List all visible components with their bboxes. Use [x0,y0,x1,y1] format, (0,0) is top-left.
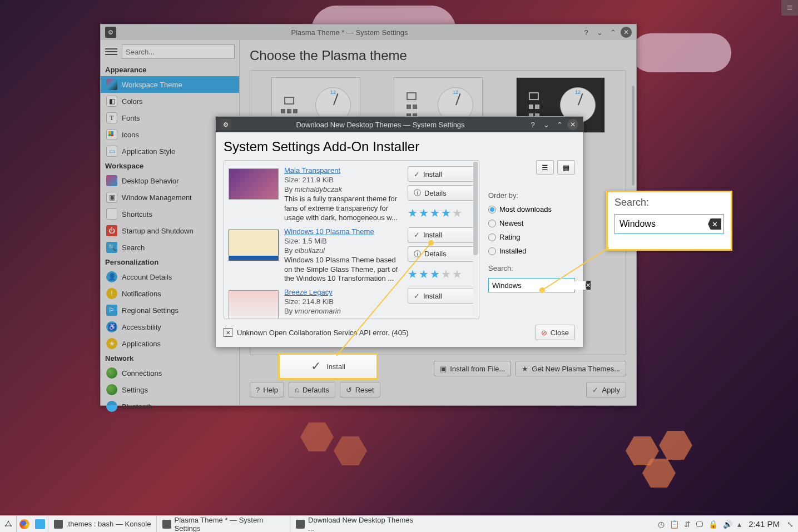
radio-icon [488,206,496,213]
lock-icon[interactable]: 🔒 [708,520,718,529]
firefox-icon [19,519,29,529]
results-scrollbar[interactable] [473,162,478,317]
result-title-link[interactable]: Maia Transparent [284,166,402,175]
check-icon: ✓ [414,231,420,239]
task-label: .themes : bash — Konsole [66,520,151,528]
dialog-close-button[interactable]: ✕ [567,119,578,130]
btn-label: Details [424,250,447,258]
taskbar-clock[interactable]: 2:41 PM [746,519,782,529]
search-label: Search: [488,264,575,272]
check-icon: ✓ [311,359,321,374]
clipboard-icon[interactable]: 📋 [670,520,679,529]
settings-icon [162,520,171,529]
btn-label: Details [424,189,447,197]
result-item: Windows 10 Plasma Theme Size: 1.5 MiB By… [229,225,474,286]
theme-search-input[interactable] [492,281,586,290]
tray-expand-icon[interactable]: ▴ [737,520,741,529]
radio-icon [488,247,496,255]
callout-search-field: Windows ✕ [614,214,724,234]
check-icon: ✓ [414,170,420,178]
task-label: Plasma Theme * — System Settings [175,516,285,533]
app-launcher-button[interactable] [0,516,17,532]
rating-stars: ★★★★★ [408,267,474,281]
system-tray: ◷ 📋 ⇵ 🖵 🔒 🔊 ▴ 2:41 PM ⤡ [653,516,798,532]
callout-search-value: Windows [619,219,708,229]
editor-launcher[interactable] [32,516,48,532]
show-desktop-icon[interactable]: ⤡ [787,520,794,529]
dialog-titlebar[interactable]: ⚙ Download New Desktop Themes — System S… [216,117,583,132]
btn-label: Install [423,231,442,239]
view-list-button[interactable]: ☰ [536,160,554,175]
result-thumbnail[interactable] [229,290,279,319]
result-author: By vmorenomarin [284,307,402,315]
dialog-help-button[interactable]: ? [527,119,538,130]
result-title-link[interactable]: Breeze Legacy [284,288,402,296]
order-rating[interactable]: Rating [488,233,575,241]
order-by-label: Order by: [488,191,575,200]
dialog-minimize-button[interactable]: ⌄ [541,119,552,130]
download-themes-dialog: ⚙ Download New Desktop Themes — System S… [215,116,583,347]
task-settings[interactable]: Plasma Theme * — System Settings [156,516,290,532]
radio-label: Newest [499,219,523,227]
install-button[interactable]: ✓Install [408,166,474,182]
radio-label: Most downloads [499,205,552,213]
dialog-side-panel: ☰ ▦ Order by: Most downloads Newest Rati… [488,160,575,319]
result-thumbnail[interactable] [229,168,279,200]
callout-install-highlight: ✓ Install [278,353,378,380]
updates-icon[interactable]: ◷ [658,520,665,529]
install-button[interactable]: ✓Install [408,288,474,304]
result-size: Size: 214.8 KiB [284,297,402,306]
usb-icon[interactable]: ⇵ [684,520,691,529]
dialog-close-btn[interactable]: ⊘Close [535,325,575,340]
order-most-downloads[interactable]: Most downloads [488,205,575,213]
connector-dot [539,287,545,293]
radio-label: Installed [499,247,526,255]
result-thumbnail[interactable] [229,230,279,261]
order-newest[interactable]: Newest [488,219,575,227]
result-item: Maia Transparent Size: 211.9 KiB By mich… [229,164,474,225]
result-description: This is a fully transparent theme for fa… [284,195,402,223]
radio-icon [488,220,496,227]
result-title-link[interactable]: Windows 10 Plasma Theme [284,227,402,236]
result-size: Size: 211.9 KiB [284,176,402,184]
btn-label: Close [551,329,569,337]
details-button[interactable]: ⓘDetails [408,185,474,201]
check-icon: ✓ [414,292,420,300]
result-size: Size: 1.5 MiB [284,237,402,245]
status-text: Unknown Open Collaboration Service API e… [237,329,409,337]
close-icon: ⊘ [541,329,547,337]
settings-icon [296,520,305,529]
rating-stars: ★★★★★ [408,206,474,220]
konsole-icon [54,520,63,529]
info-icon: ⓘ [414,249,421,259]
radio-icon [488,233,496,241]
install-button[interactable]: ✓Install [408,227,474,243]
dialog-maximize-button[interactable]: ⌃ [554,119,565,130]
info-icon: ⓘ [414,188,421,198]
theme-search-field[interactable]: ✕ [488,278,575,292]
callout-clear-icon: ✕ [708,218,721,230]
result-author: By elbullazul [284,246,402,255]
desktop-menu-button[interactable]: ≡ [781,0,798,16]
editor-icon [35,519,45,529]
error-icon: ✕ [224,328,232,337]
status-message: ✕ Unknown Open Collaboration Service API… [224,328,529,337]
results-list: Maia Transparent Size: 211.9 KiB By mich… [224,160,479,319]
firefox-launcher[interactable] [17,516,32,532]
task-konsole[interactable]: .themes : bash — Konsole [48,516,156,532]
btn-label: Install [423,170,442,178]
dialog-heading: System Settings Add-On Installer [224,139,575,155]
volume-icon[interactable]: 🔊 [723,520,732,529]
dialog-app-icon: ⚙ [220,119,231,130]
dialog-title: Download New Desktop Themes — System Set… [236,121,525,129]
task-download-themes[interactable]: Download New Desktop Themes ... [290,516,423,532]
order-installed[interactable]: Installed [488,247,575,255]
view-grid-button[interactable]: ▦ [557,160,575,175]
details-button[interactable]: ⓘDetails [408,246,474,262]
clear-search-button[interactable]: ✕ [586,281,591,290]
display-icon[interactable]: 🖵 [696,520,703,529]
callout-install-label: Install [326,362,345,371]
task-label: Download New Desktop Themes ... [308,516,418,533]
btn-label: Install [423,292,442,300]
result-description: Windows 10 Plasma Theme based on the Sim… [284,256,402,284]
